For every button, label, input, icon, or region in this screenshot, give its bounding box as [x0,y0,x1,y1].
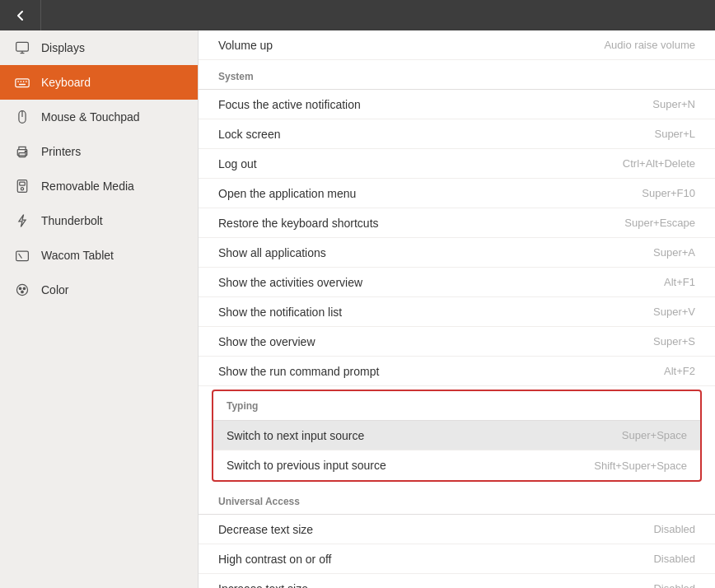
typing-section: Typing Switch to next input source Super… [212,390,702,482]
shortcut-key: Super+Space [622,429,687,441]
shortcut-key: Super+Escape [624,217,695,229]
section-label: Universal Access [218,496,300,507]
mouse-touchpad-icon [13,108,31,126]
shortcut-key: Disabled [653,553,695,565]
section-header-system: System [199,60,715,90]
shortcut-key: Alt+F1 [664,276,695,288]
shortcut-key: Super+A [653,246,695,259]
shortcut-row-restore-the-keyboard-shortcuts: Restore the keyboard shortcuts Super+Esc… [199,208,715,238]
shortcut-key: Super+S [653,335,695,348]
shortcut-row-volume-up: Volume up Audio raise volume [199,30,715,60]
svg-point-13 [25,151,26,152]
section-label: System [218,71,254,82]
shortcut-row-switch-to-next-input-source: Switch to next input source Super+Space [213,421,700,450]
shortcut-key: Alt+F2 [664,365,695,377]
shortcut-name: Show the overview [218,335,653,348]
svg-line-19 [19,254,21,258]
keyboard-icon [13,73,31,91]
shortcut-row-show-all-applications: Show all applications Super+A [199,238,715,268]
sidebar-item-thunderbolt[interactable]: Thunderbolt [0,203,198,238]
shortcut-name: Lock screen [218,128,654,141]
svg-point-22 [23,287,25,289]
shortcut-key: Super+L [654,128,695,140]
color-icon [13,281,31,299]
sidebar-label-keyboard: Keyboard [41,76,91,89]
svg-point-20 [16,284,27,295]
shortcut-key: Disabled [653,582,695,588]
shortcut-key: Disabled [653,523,695,535]
shortcut-name: Volume up [218,39,604,52]
shortcut-row-show-the-activities-overview: Show the activities overview Alt+F1 [199,268,715,297]
back-button[interactable] [0,0,41,30]
shortcut-key: Super+N [652,98,695,110]
shortcut-name: Increase text size [218,582,653,589]
sidebar-label-color: Color [41,283,68,296]
sidebar-item-wacom-tablet[interactable]: Wacom Tablet [0,238,198,273]
shortcut-name: Open the application menu [218,187,642,200]
shortcut-name: High contrast on or off [218,553,653,566]
sidebar-item-color[interactable]: Color [0,273,198,307]
shortcut-name: Switch to previous input source [227,459,594,472]
shortcut-row-open-the-application-menu: Open the application menu Super+F10 [199,179,715,208]
shortcut-key: Shift+Super+Space [594,460,687,472]
sidebar-label-mouse-touchpad: Mouse & Touchpad [41,110,140,124]
shortcut-row-high-contrast-on-or-off: High contrast on or off Disabled [199,544,715,574]
shortcut-name: Log out [218,157,623,170]
shortcut-row-show-the-run-command-prompt: Show the run command prompt Alt+F2 [199,357,715,386]
shortcut-row-increase-text-size: Increase text size Disabled [199,574,715,588]
sidebar-label-thunderbolt: Thunderbolt [41,214,103,227]
shortcut-key: Super+F10 [642,187,695,199]
printers-icon [13,142,31,161]
section-header-typing: Typing [213,391,700,421]
back-icon [14,9,27,22]
sidebar-item-displays[interactable]: Displays [0,30,198,65]
shortcut-name: Show the notification list [218,306,653,319]
shortcut-row-show-the-overview: Show the overview Super+S [199,327,715,357]
shortcut-key: Ctrl+Alt+Delete [623,157,695,170]
shortcut-name: Switch to next input source [227,429,622,442]
sidebar-label-printers: Printers [41,145,81,158]
svg-rect-15 [20,182,26,185]
shortcut-row-lock-screen: Lock screen Super+L [199,119,715,149]
shortcut-name: Show the activities overview [218,276,664,289]
wacom-tablet-icon [13,246,31,264]
sidebar-item-removable-media[interactable]: Removable Media [0,169,198,203]
sidebar-label-displays: Displays [41,41,85,54]
svg-rect-3 [16,79,29,87]
displays-icon [13,39,31,57]
svg-rect-18 [16,251,29,260]
svg-point-21 [19,287,21,289]
shortcut-name: Show the run command prompt [218,365,664,378]
shortcut-row-show-the-notification-list: Show the notification list Super+V [199,297,715,327]
shortcut-name: Decrease text size [218,523,653,536]
svg-rect-0 [16,42,29,51]
section-header-universal-access: Universal Access [199,485,715,515]
svg-point-16 [21,188,23,190]
shortcut-name: Focus the active notification [218,98,652,111]
sidebar-item-keyboard[interactable]: Keyboard [0,65,198,100]
shortcut-row-switch-to-previous-input-source: Switch to previous input source Shift+Su… [213,450,700,480]
shortcut-row-focus-the-active-notification: Focus the active notification Super+N [199,90,715,119]
removable-media-icon [13,177,31,195]
sidebar-label-removable-media: Removable Media [41,180,134,193]
shortcut-key: Audio raise volume [604,39,695,51]
section-label: Typing [227,400,258,412]
shortcut-name: Restore the keyboard shortcuts [218,217,624,230]
svg-marker-17 [19,215,26,227]
shortcut-name: Show all applications [218,246,653,259]
svg-point-23 [21,291,23,292]
sidebar-label-wacom-tablet: Wacom Tablet [41,249,114,262]
title-bar [0,0,715,30]
sidebar-item-mouse-touchpad[interactable]: Mouse & Touchpad [0,100,198,134]
svg-rect-12 [19,153,26,157]
sidebar: Displays Keyboard Mouse & Touchpad Print… [0,30,199,588]
content-area: Volume up Audio raise volume System Focu… [199,30,715,588]
shortcut-key: Super+V [653,306,695,318]
thunderbolt-icon [13,212,31,230]
main-content: Displays Keyboard Mouse & Touchpad Print… [0,30,715,588]
shortcut-row-log-out: Log out Ctrl+Alt+Delete [199,149,715,179]
sidebar-item-printers[interactable]: Printers [0,134,198,169]
shortcut-row-decrease-text-size: Decrease text size Disabled [199,515,715,544]
